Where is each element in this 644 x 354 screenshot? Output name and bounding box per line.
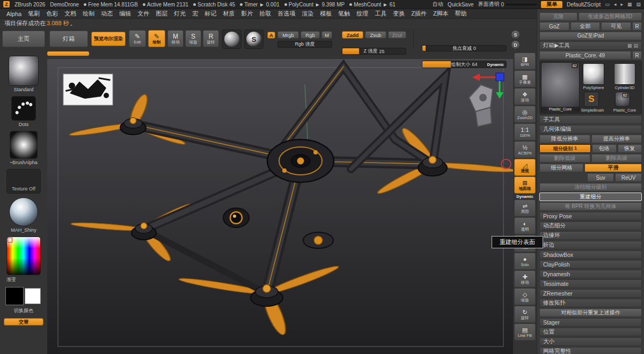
menu-tool[interactable]: 工具 <box>371 10 390 18</box>
menu-stencil[interactable]: 模板 <box>317 10 335 18</box>
smooth-button[interactable]: 平滑 <box>584 164 642 172</box>
menu-movie[interactable]: 影片 <box>238 10 256 18</box>
zoom2d-button[interactable]: ◎Zoom2D <box>514 106 536 123</box>
cylinder3d-thumbnail[interactable] <box>614 63 635 85</box>
lower-res-button[interactable]: 降低分辨率 <box>539 135 590 143</box>
menu-document[interactable]: 文档 <box>61 10 79 18</box>
linefill-button[interactable]: ▤Line Fill <box>514 323 536 341</box>
polysphere-thumbnail[interactable] <box>583 63 604 85</box>
solo-button[interactable]: ●Solo <box>514 253 536 270</box>
menu-zscript[interactable]: Z脚本 <box>430 10 452 18</box>
bpr-button[interactable]: ◨BPR <box>514 53 536 70</box>
restore-button[interactable]: 恢复 <box>618 144 642 153</box>
del-lower-button[interactable]: 删除低级 <box>539 154 590 163</box>
menu-transform[interactable]: 变换 <box>390 10 408 18</box>
shadowbox-header[interactable]: ShadowBox <box>539 250 642 259</box>
lightbox-button[interactable]: 灯箱 <box>49 31 88 47</box>
menu-color[interactable]: 色彩 <box>43 10 61 18</box>
tessimate-header[interactable]: Tessimate <box>539 279 642 288</box>
del-higher-button[interactable]: 删除高级 <box>591 154 642 163</box>
focal-shift-slider[interactable]: 焦点衰减0 <box>422 45 507 51</box>
dynamesh-header[interactable]: Dynamesh <box>539 270 642 278</box>
menu-texture[interactable]: 纹理 <box>353 10 371 18</box>
rotate-button[interactable]: R 旋转 <box>203 30 219 47</box>
current-material-button[interactable] <box>222 30 241 49</box>
edit-button[interactable]: ✎ Edit <box>129 30 146 47</box>
spix-button[interactable]: ▦子像素 <box>514 70 536 87</box>
rgb-intensity-slider[interactable]: Rgb 强度 <box>277 41 332 48</box>
lightbox-tools-header[interactable]: 灯箱▶工具 ▦▤ <box>539 41 642 50</box>
m-button[interactable]: M <box>321 31 332 39</box>
position-header[interactable]: 位置 <box>539 328 642 336</box>
repeat-similar-button[interactable]: 对相似部分重复上述操作 <box>539 308 642 317</box>
higher-res-button[interactable]: 提高分辨率 <box>591 135 642 143</box>
sdiv-slider[interactable]: 细分级别1 <box>539 144 591 153</box>
menu-macro[interactable]: 宏 <box>189 10 201 18</box>
home-button[interactable]: 主页 <box>2 31 45 47</box>
proxy-pose-header[interactable]: Proxy Pose <box>539 212 642 220</box>
edgeloop-header[interactable]: 边缘环 <box>539 231 642 240</box>
zsub-button[interactable]: Zsub <box>365 31 386 39</box>
r-button[interactable]: R <box>632 22 642 31</box>
rotate3d-button[interactable]: ↻旋转 <box>514 306 536 323</box>
cage-button[interactable]: 包络 <box>592 144 616 153</box>
menu-preferences[interactable]: 首选项 <box>274 10 298 18</box>
current-alpha-thumbnail[interactable] <box>10 131 38 159</box>
current-texture-thumbnail[interactable]: Texture Off <box>6 169 41 194</box>
menu-brush[interactable]: 笔刷 <box>25 10 43 18</box>
menu-draw[interactable]: 绘制 <box>79 10 98 18</box>
menu-material[interactable]: 材质 <box>219 10 238 18</box>
a-button[interactable]: A <box>267 32 275 39</box>
swap-color-button[interactable]: 交替 <box>4 318 43 326</box>
reuv-button[interactable]: ReUV <box>615 173 642 182</box>
mrgb-button[interactable]: Mrgb <box>277 31 299 39</box>
move3d-button[interactable]: ✚移动 <box>514 270 536 287</box>
z-intensity-slider[interactable]: Z 强度25 <box>342 48 406 55</box>
suv-button[interactable]: Suv <box>587 173 614 182</box>
menu-alpha[interactable]: Alpha <box>3 11 25 17</box>
preview-boolean-button[interactable]: 预览布尔渲染 <box>91 32 126 46</box>
color-picker[interactable] <box>6 237 41 275</box>
menu-zplugin[interactable]: Z插件 <box>408 10 430 18</box>
plastic-core-thumbnail[interactable]: 62 <box>615 92 630 107</box>
main-color-swatch[interactable] <box>5 287 24 305</box>
active-tool-slider[interactable]: Plastic_Core. 49 <box>539 51 631 60</box>
bpr-to-geo-button[interactable]: 将 BPR 转换为几何体 <box>539 202 642 211</box>
floor-grid-button[interactable]: ⊞地面格 <box>514 176 536 194</box>
menu-layer[interactable]: 图层 <box>152 10 171 18</box>
menu-picker[interactable]: 拾取 <box>256 10 274 18</box>
size-header[interactable]: 大小 <box>539 337 642 346</box>
menu-help[interactable]: 帮助 <box>452 10 470 18</box>
aahalf-button[interactable]: ½AC50% <box>514 141 536 158</box>
dynamic-subdiv-header[interactable]: 动态细分 <box>539 222 642 230</box>
scroll-button[interactable]: ❖滚动 <box>514 88 536 105</box>
clone-button[interactable]: 克隆 <box>539 12 577 21</box>
goz-visible-button[interactable]: 可见 <box>601 22 631 31</box>
transparent-button[interactable]: ◐透明 <box>514 217 536 234</box>
scale3d-button[interactable]: ◇缩放 <box>514 288 536 305</box>
menu-light[interactable]: 灯光 <box>171 10 189 18</box>
perspective-button[interactable]: ◿透视 <box>514 159 536 176</box>
menu-stroke[interactable]: 笔触 <box>335 10 353 18</box>
menu-button[interactable]: 菜单 <box>541 1 562 8</box>
viewport-canvas[interactable] <box>47 59 513 354</box>
rgb-button[interactable]: Rgb <box>301 31 320 39</box>
scale-button[interactable]: S 缩放 <box>185 30 201 47</box>
move-button[interactable]: M 移动 <box>167 30 184 47</box>
menu-marker[interactable]: 标记 <box>201 10 219 18</box>
make-polymesh3d-button[interactable]: 生成多边形网格3D <box>579 12 642 21</box>
menu-dynamic[interactable]: 动态 <box>98 10 116 18</box>
r-button[interactable]: R <box>632 51 642 60</box>
ui-opacity-slider[interactable]: 界面透明 0 <box>478 1 537 8</box>
current-stroke-thumbnail[interactable] <box>11 96 36 121</box>
pan-left-icon[interactable]: ◂ <box>614 2 617 7</box>
ui-opacity-track[interactable] <box>506 4 537 5</box>
zcut-button[interactable]: Zcut <box>388 31 406 39</box>
mesh-integrity-header[interactable]: 网格完整性 <box>539 347 642 354</box>
sculptris-pro-button[interactable]: S <box>511 30 520 39</box>
grid-icon[interactable]: ▦ <box>627 2 632 7</box>
monitor-icon[interactable]: ▭ <box>605 2 610 7</box>
current-brush-thumbnail[interactable] <box>9 56 39 86</box>
stroke-preview-button[interactable]: S <box>244 30 264 49</box>
goz-all-button[interactable]: 全部 <box>570 22 601 31</box>
